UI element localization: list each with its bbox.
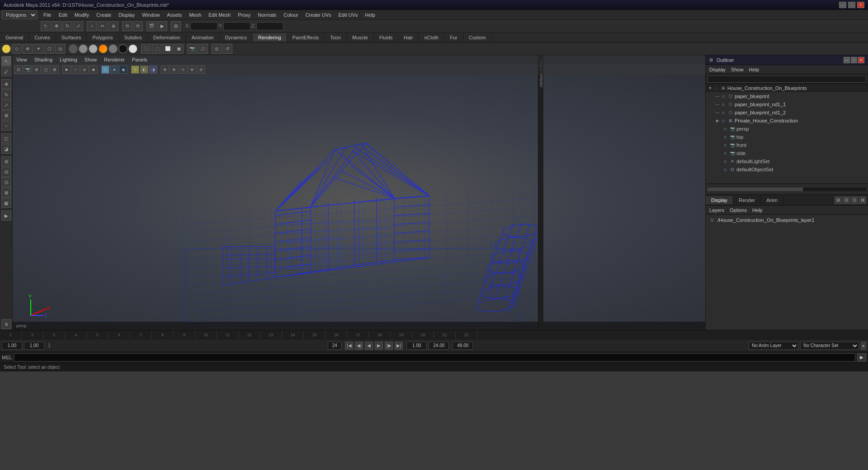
cb-icon3[interactable]: ⊡: [851, 197, 858, 204]
tab-muscle[interactable]: Muscle: [347, 33, 374, 42]
tree-item-objectset[interactable]: ○ ⊡ defaultObjectSet: [706, 165, 868, 174]
tree-item-lightset[interactable]: ○ ☀ defaultLightSet: [706, 157, 868, 165]
outliner-menu-show[interactable]: Show: [731, 67, 744, 72]
y-field[interactable]: [223, 22, 250, 30]
menu-display[interactable]: Display: [115, 11, 138, 19]
shelf-light[interactable]: [2, 44, 11, 53]
vt-snap1[interactable]: ⊕: [161, 66, 169, 74]
x-field[interactable]: [190, 22, 217, 30]
lt-move[interactable]: ✥: [1, 79, 11, 89]
vt-light1[interactable]: ☀: [131, 66, 139, 74]
vt-btn4[interactable]: ◫: [42, 66, 50, 74]
tab-surfaces[interactable]: Surfaces: [56, 33, 87, 42]
lt-scale[interactable]: ⤢: [1, 100, 11, 110]
layer-row[interactable]: V /House_Construction_On_Blueprints_laye…: [707, 216, 867, 225]
go-end-button[interactable]: ▶|: [395, 342, 403, 350]
ch-tab-anim[interactable]: Anim: [761, 196, 783, 204]
ch-sub-layers[interactable]: Layers: [709, 207, 724, 213]
lt-select[interactable]: ↖: [1, 56, 11, 66]
lt-rotate[interactable]: ↻: [1, 89, 11, 99]
viewport[interactable]: View Shading Lighting Show Renderer Pane…: [13, 55, 705, 330]
shelf-render3[interactable]: ▣: [174, 44, 184, 54]
lt-bottom1[interactable]: 🖱: [1, 319, 11, 329]
tree-item-top[interactable]: ○ 📷 top: [706, 133, 868, 141]
vt-snap5[interactable]: ⊘: [197, 66, 205, 74]
tab-toon[interactable]: Toon: [325, 33, 347, 42]
vt-btn3[interactable]: ⊞: [33, 66, 41, 74]
tab-curves[interactable]: Curves: [29, 33, 56, 42]
go-start-button[interactable]: |◀: [345, 342, 353, 350]
tool-snap[interactable]: ⊕: [108, 21, 118, 31]
menu-mesh[interactable]: Mesh: [185, 11, 205, 19]
shelf-tool5[interactable]: ◎: [55, 44, 65, 54]
vm-renderer[interactable]: Renderer: [104, 57, 125, 62]
tree-item-paper3[interactable]: — ○ ⬡ paper_blueprint_nd1_2: [706, 108, 868, 117]
tab-polygons[interactable]: Polygons: [87, 33, 118, 42]
menu-createuvs[interactable]: Create UVs: [302, 11, 335, 19]
outliner-search-input[interactable]: [708, 75, 866, 83]
tab-fluids[interactable]: Fluids: [374, 33, 398, 42]
cb-icon2[interactable]: ⊟: [843, 197, 850, 204]
z-field[interactable]: [256, 22, 283, 30]
play-forward-button[interactable]: ▶: [375, 342, 383, 350]
lt-manip[interactable]: ⊠: [1, 110, 11, 120]
lt-grid1[interactable]: ⊞: [1, 156, 11, 166]
ch-tab-render[interactable]: Render: [733, 196, 761, 204]
shelf-render2[interactable]: ⬜: [163, 44, 173, 54]
tab-dynamics[interactable]: Dynamics: [220, 33, 253, 42]
maximize-button[interactable]: □: [848, 2, 855, 8]
char-set-select[interactable]: No Character Set: [800, 342, 859, 350]
tree-item-paper2[interactable]: — ○ ⬡ paper_blueprint_nd1_1: [706, 100, 868, 108]
shelf-sphere-grey[interactable]: [108, 44, 118, 53]
menu-create[interactable]: Create: [93, 11, 115, 19]
vm-shading[interactable]: Shading: [34, 57, 52, 62]
shelf-cam1[interactable]: 📷: [187, 44, 197, 54]
lt-grid4[interactable]: ⊠: [1, 188, 11, 197]
vt-light3[interactable]: ◑: [149, 66, 157, 74]
lt-grid5[interactable]: ▦: [1, 198, 11, 208]
lt-render-preview[interactable]: ▶: [1, 211, 11, 221]
shelf-tool1[interactable]: ◇: [12, 44, 22, 54]
shelf-sphere-mid[interactable]: [79, 44, 88, 53]
tool-move[interactable]: ✥: [52, 21, 61, 31]
lt-paint[interactable]: 🖊: [1, 66, 11, 76]
tab-ncloth[interactable]: nCloth: [419, 33, 444, 42]
shelf-render1[interactable]: ⬚: [152, 44, 162, 54]
tab-subdivs[interactable]: Subdivs: [119, 33, 148, 42]
tool-show-menu[interactable]: ⊞: [171, 21, 181, 31]
tree-item-persp[interactable]: ○ 📷 persp: [706, 125, 868, 133]
ch-sub-options[interactable]: Options: [730, 207, 747, 213]
vt-btn6[interactable]: ■: [62, 66, 71, 74]
outliner-menu-display[interactable]: Display: [709, 67, 726, 72]
tool-render[interactable]: 🎬: [146, 21, 156, 31]
shelf-sphere-color[interactable]: [99, 44, 108, 53]
menu-file[interactable]: File: [40, 11, 55, 19]
shelf-sphere-dark[interactable]: [69, 44, 78, 53]
vm-view[interactable]: View: [16, 57, 27, 62]
outliner-menu-help[interactable]: Help: [749, 67, 760, 72]
outliner-maximize[interactable]: □: [851, 57, 857, 63]
playback-end-input[interactable]: [429, 342, 449, 350]
tab-fur[interactable]: Fur: [444, 33, 463, 42]
shelf-extra1[interactable]: ◎: [212, 44, 222, 54]
tool-scale[interactable]: ⤢: [73, 21, 83, 31]
menu-proxy[interactable]: Proxy: [234, 11, 254, 19]
tree-item-root[interactable]: ▼ □ ⊞ House_Construction_On_Blueprints: [706, 84, 868, 92]
tree-item-front[interactable]: ○ 📷 front: [706, 141, 868, 149]
vt-shading1[interactable]: ◎: [101, 66, 109, 74]
vt-light2[interactable]: ◐: [140, 66, 148, 74]
layer-vis-checkbox[interactable]: V: [708, 217, 716, 223]
vm-show[interactable]: Show: [85, 57, 97, 62]
lt-show[interactable]: ◫: [1, 133, 11, 143]
mode-selector[interactable]: Polygons NURBS Subdiv: [2, 10, 37, 19]
tab-deformation[interactable]: Deformation: [148, 33, 186, 42]
mel-run-button[interactable]: ▶: [857, 353, 866, 362]
shelf-tool4[interactable]: ⬡: [44, 44, 54, 54]
mel-input[interactable]: [14, 353, 855, 362]
vt-shading3[interactable]: ◉: [119, 66, 127, 74]
tool-ipr[interactable]: ▶: [157, 21, 167, 31]
ch-sub-help[interactable]: Help: [752, 207, 763, 213]
tree-item-paper1[interactable]: — ○ ⬡ paper_blueprint: [706, 92, 868, 100]
shelf-sphere-light[interactable]: [89, 44, 98, 53]
shelf-tool2[interactable]: ⊕: [23, 44, 33, 54]
